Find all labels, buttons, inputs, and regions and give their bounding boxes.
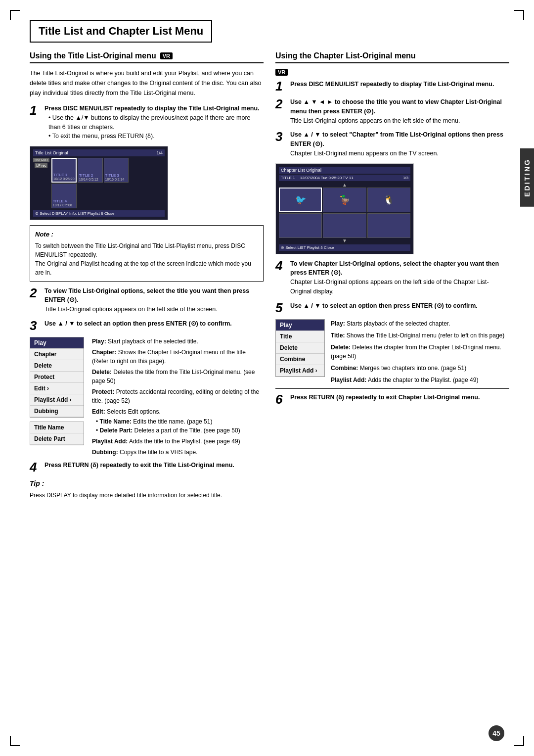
chapter-thumb-4 (279, 213, 322, 238)
step-1-right-bold: Press DISC MENU/LIST repeatedly to displ… (290, 81, 494, 88)
desc-chapter: Chapter: Shows the Chapter List-Original… (92, 348, 264, 366)
step-3-right-bold: Use ▲ / ▼ to select "Chapter" from Title… (290, 131, 503, 147)
menu-item-dubbing: Dubbing (30, 406, 84, 417)
step-4-right: 4 To view Chapter List-Original options,… (275, 259, 509, 296)
desc-delete-part: • Delete Part: Deletes a part of the Tit… (96, 426, 264, 435)
right-section-heading: Using the Chapter List-Original menu (275, 51, 509, 63)
tip-text: Press DISPLAY to display more detailed t… (30, 491, 264, 500)
step-4-right-bold: To view Chapter List-Original options, s… (290, 260, 499, 277)
step-2-number: 2 (30, 286, 41, 299)
chapter-thumb-1-icon: 🐦 (295, 194, 306, 205)
left-section-heading: Using the Title List-Original menu VR (30, 51, 264, 63)
desc-protect: Protect: Protects accidental recording, … (92, 387, 264, 405)
right-menu-item-title: Title (276, 331, 324, 342)
right-menu-item-delete: Delete (276, 342, 324, 354)
thumb-1: TITLE 1 10/12 0:25:20 (51, 158, 77, 183)
step-1-bullets: Use the ▲/▼ buttons to display the previ… (48, 113, 264, 141)
left-intro: The Title List-Original is where you bui… (30, 68, 264, 98)
step-4-number: 4 (30, 461, 41, 473)
right-menu-descriptions: Play: Starts playback of the selected ch… (331, 319, 509, 384)
chapter-down-arrow: ▼ (279, 238, 410, 243)
step-2-right-bold: Use ▲ ▼ ◄ ► to choose the title you want… (290, 98, 502, 115)
menu-screenshot: Title List Original 1/4 DVD-VR LP rec TI… (30, 146, 168, 220)
menu-header-right: 1/4 (156, 150, 163, 155)
thumb-3-title: TITLE 3 (105, 173, 128, 178)
thumb-4-time: 10/17 0:5:06 (53, 203, 75, 207)
step-3-content: Use ▲ / ▼ to select an option then press… (44, 319, 264, 329)
right-desc-combine: Combine: Merges two chapters into one. (… (331, 364, 509, 373)
menu-item-chapter: Chapter (30, 349, 84, 360)
menu-options-area: Play Chapter Delete Protect Edit Playlis… (30, 337, 264, 457)
chapter-footer-text: ⊙ Select LIST Playlist δ Close (281, 245, 334, 250)
page-title-box: Title List and Chapter List Menu (30, 20, 212, 43)
step-3-right: 3 Use ▲ / ▼ to select "Chapter" from Tit… (275, 130, 509, 158)
note-text: To switch between the Title List-Origina… (35, 241, 258, 277)
menu-top-bar: Title List Original 1/4 (33, 149, 165, 156)
right-menu-item-combine: Combine (276, 354, 324, 365)
menu-item-delete-part: Delete Part (30, 433, 84, 445)
step-2-right-number: 2 (275, 97, 286, 110)
dvd-labels: DVD-VR LP rec (33, 158, 49, 208)
step-2-right-content: Use ▲ ▼ ◄ ► to choose the title you want… (290, 97, 509, 125)
step-3-right-number: 3 (275, 130, 286, 143)
menu-header-left: Title List Original (35, 150, 68, 155)
step-6-divider (275, 388, 509, 389)
step-3-bold: Use ▲ / ▼ to select an option then press… (44, 320, 232, 327)
thumb-2-time: 10/14 0:5:12 (79, 178, 101, 181)
right-menu-options-area: Play Title Delete Combine Playlist Add P… (275, 319, 509, 384)
menu-item-protect: Protect (30, 372, 84, 383)
right-menu-group: Play Title Delete Combine Playlist Add (275, 319, 325, 377)
chapter-thumb-3-icon: 🐧 (383, 194, 394, 205)
step-2-bold: To view Title List-Original options, sel… (44, 287, 249, 304)
desc-playlist-add: Playlist Add: Adds the title to the Play… (92, 437, 264, 446)
chapter-right: 1/3 (403, 176, 408, 180)
step-1-right-number: 1 (275, 80, 286, 93)
step-2-content: To view Title List-Original options, sel… (44, 286, 264, 314)
thumb-3: TITLE 3 10/16 0:2:34 (104, 158, 129, 183)
chapter-date: 12/07/2004 Tue 0:25:20 TV 11 (300, 176, 354, 180)
menu-item-title-name: Title Name (30, 422, 84, 433)
thumb-4: TITLE 4 10/17 0:5:06 (51, 184, 77, 208)
dvd-label: DVD-VR (33, 158, 49, 162)
desc-delete: Delete: Deletes the title from the Title… (92, 368, 264, 385)
menu-content-row: DVD-VR LP rec TITLE 1 10/12 0:25:20 TITL… (33, 158, 165, 208)
menu-item-delete: Delete (30, 360, 84, 372)
desc-dubbing: Dubbing: Copys the title to a VHS tape. (92, 448, 264, 457)
desc-edit: Edit: Selects Edit options. (92, 407, 264, 416)
step-4-content: Press RETURN (δ) repeatedly to exit the … (44, 461, 264, 470)
menu-group-2: Title Name Delete Part (30, 422, 84, 445)
right-desc-delete: Delete: Deletes the chapter from the Cha… (331, 343, 509, 361)
step-3-right-text: Chapter List-Original menu appears on th… (290, 150, 439, 157)
step-3-number: 3 (30, 319, 41, 332)
step-6-right-content: Press RETURN (δ) repeatedly to exit Chap… (290, 393, 509, 402)
right-desc-play: Play: Starts playback of the selected ch… (331, 319, 509, 328)
menu-footer: ⊙ Select DISPLAY Info. LIST Playlist δ C… (33, 210, 165, 217)
chapter-footer: ⊙ Select LIST Playlist δ Close (279, 244, 410, 251)
chapter-thumb-2: 🦆 (323, 188, 366, 212)
chapter-title: TITLE 1 (281, 176, 295, 180)
chapter-thumb-3: 🐧 (367, 188, 410, 212)
left-column: Using the Title List-Original menu VR Th… (30, 51, 264, 505)
right-column: Using the Chapter List-Original menu VR … (275, 51, 509, 505)
right-menu-item-playlist-add: Playlist Add (276, 365, 324, 377)
step-4-bold: Press RETURN (δ) repeatedly to exit the … (44, 462, 234, 469)
step-5-right-number: 5 (275, 301, 286, 314)
chapter-thumb-5 (323, 213, 366, 238)
step-5-right-bold: Use ▲ / ▼ to select an option then press… (290, 302, 478, 309)
step-4-right-content: To view Chapter List-Original options, s… (290, 259, 509, 296)
vr-badge-right: VR (275, 69, 288, 76)
page-number: 45 (489, 725, 504, 741)
menu-footer-text: ⊙ Select DISPLAY Info. LIST Playlist δ C… (35, 211, 114, 216)
left-section-title: Using the Title List-Original menu (30, 51, 156, 60)
lp-label: LP rec (35, 163, 47, 168)
menu-item-play: Play (30, 337, 84, 349)
step-1-right-content: Press DISC MENU/LIST repeatedly to displ… (290, 80, 509, 89)
step-1-bullet-2: To exit the menu, press RETURN (δ). (48, 132, 264, 141)
step-1-right: 1 Press DISC MENU/LIST repeatedly to dis… (275, 80, 509, 93)
page-title: Title List and Chapter List Menu (39, 25, 203, 38)
desc-title-name: • Title Name: Edits the title name. (pag… (96, 417, 264, 426)
chapter-thumb-6 (367, 213, 410, 238)
step-1-left: 1 Press DISC MENU/LIST repeatedly to dis… (30, 104, 264, 141)
desc-play: Play: Start playback of the selected tit… (92, 337, 264, 346)
tip-box: Tip : Press DISPLAY to display more deta… (30, 478, 264, 500)
